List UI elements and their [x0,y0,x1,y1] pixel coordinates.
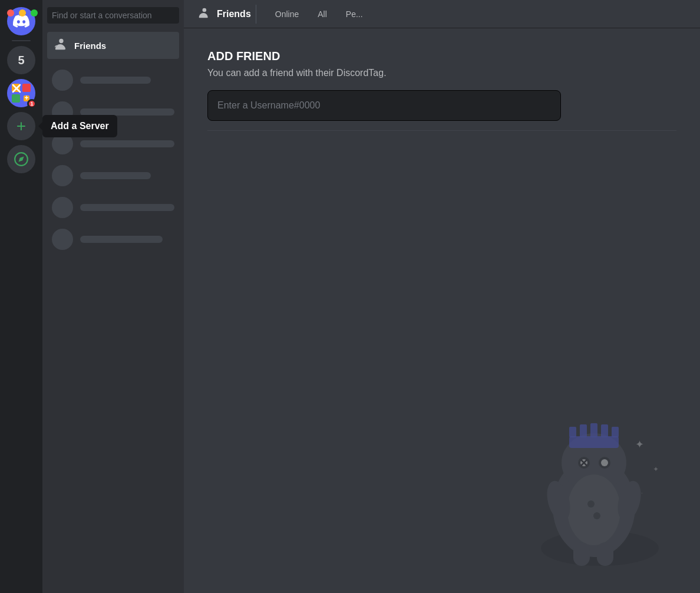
svg-rect-2 [22,84,31,92]
svg-rect-3 [12,94,20,103]
tab-pending[interactable]: Pe... [341,7,368,21]
server-divider [12,40,31,41]
svg-point-31 [587,500,595,508]
avatar [52,70,73,91]
friends-nav-icon [54,38,67,53]
add-server-plus-icon: + [16,118,26,134]
friends-label: Friends [74,41,106,51]
avatar [52,133,73,154]
svg-text:✦: ✦ [635,439,644,450]
list-item[interactable] [47,65,179,95]
bottom-decorative-area: ✦ ✦ · [207,131,676,572]
avatar [52,165,73,186]
colorful-server-wrapper: + 1 [7,79,35,107]
svg-rect-19 [612,427,619,437]
add-friend-area: ADD FRIEND You can add a friend with the… [184,28,700,593]
dm-name-placeholder [80,236,163,243]
maximize-button[interactable] [31,9,38,17]
minimize-button[interactable] [19,9,26,17]
add-friend-input-wrapper [207,90,561,121]
dm-name-placeholder [80,77,151,84]
server-5-label: 5 [18,54,24,67]
svg-point-32 [593,512,600,519]
traffic-lights [0,0,42,26]
friends-header-label: Friends [217,9,251,19]
top-nav: Friends Online All Pe... [184,0,700,28]
wumpus-illustration: ✦ ✦ · [500,419,676,572]
close-button[interactable] [7,9,14,17]
search-bar[interactable]: Find or start a conversation [47,7,179,24]
add-friend-title: ADD FRIEND [207,50,676,63]
list-item[interactable] [47,97,179,127]
add-friend-description: You can add a friend with their DiscordT… [207,68,676,78]
dm-name-placeholder [80,172,151,179]
avatar [52,197,73,218]
discover-button[interactable] [7,145,35,173]
svg-rect-17 [590,423,597,437]
server-notification-badge: 1 [27,99,35,107]
svg-rect-30 [597,542,613,566]
tab-online[interactable]: Online [270,7,303,21]
compass-icon [14,151,29,167]
discover-wrapper [7,145,35,173]
friends-header-icon [198,7,210,21]
server-5-wrapper: 5 [7,46,35,74]
list-item[interactable] [47,160,179,191]
svg-rect-15 [569,427,576,437]
svg-text:✦: ✦ [653,465,659,473]
svg-point-23 [601,459,608,466]
friends-nav-item[interactable]: Friends [47,32,179,59]
avatar [52,101,73,123]
friends-nav-header: Friends [193,5,256,24]
add-server-wrapper: + Add a Server [7,112,35,140]
search-placeholder: Find or start a conversation [52,11,152,20]
list-item[interactable] [47,192,179,223]
add-friend-input[interactable] [217,93,551,118]
list-item[interactable] [47,224,179,255]
svg-rect-14 [569,436,619,448]
tab-all[interactable]: All [313,7,332,21]
main-content: Friends Online All Pe... ADD FRIEND You … [184,0,700,593]
server-sidebar: 5 + 1 + Add [0,0,42,593]
dm-list [42,60,184,259]
svg-point-26 [567,475,620,545]
colorful-server-button[interactable]: + 1 [7,79,35,107]
dm-name-placeholder [80,140,174,147]
dm-name-placeholder [80,108,174,116]
dm-sidebar: Find or start a conversation Friends [42,0,184,593]
svg-rect-16 [580,424,587,437]
avatar [52,229,73,250]
svg-rect-18 [601,424,608,437]
svg-marker-10 [18,156,24,162]
add-server-button[interactable]: + [7,112,35,140]
server-5-button[interactable]: 5 [7,46,35,74]
svg-rect-29 [573,542,590,566]
svg-text:·: · [641,490,643,496]
dm-name-placeholder [80,204,174,211]
list-item[interactable] [47,129,179,159]
